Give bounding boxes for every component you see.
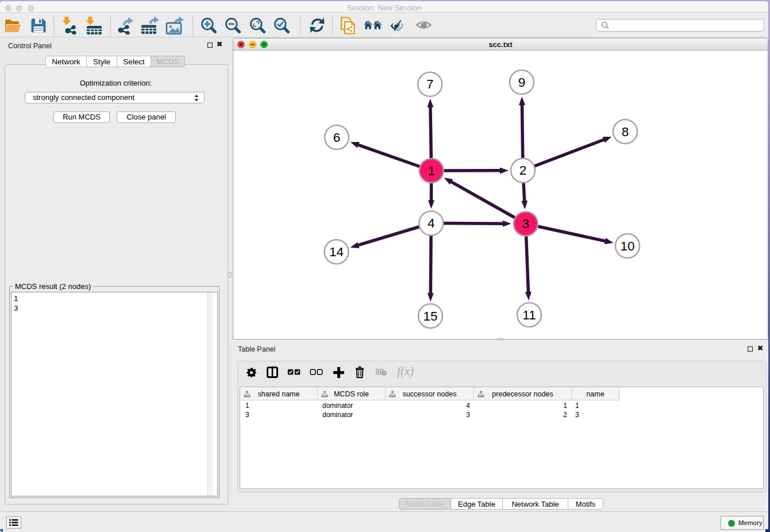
svg-text:8: 8 xyxy=(622,125,629,139)
svg-text:15: 15 xyxy=(423,309,437,323)
svg-text:11: 11 xyxy=(522,308,536,322)
svg-text:2: 2 xyxy=(519,163,527,178)
svg-text:1: 1 xyxy=(428,164,435,178)
svg-text:14: 14 xyxy=(329,245,344,259)
svg-text:4: 4 xyxy=(428,216,435,230)
svg-text:6: 6 xyxy=(333,130,341,145)
svg-text:10: 10 xyxy=(620,239,634,253)
svg-text:7: 7 xyxy=(426,77,434,91)
svg-text:9: 9 xyxy=(518,75,526,90)
svg-text:3: 3 xyxy=(522,217,530,231)
